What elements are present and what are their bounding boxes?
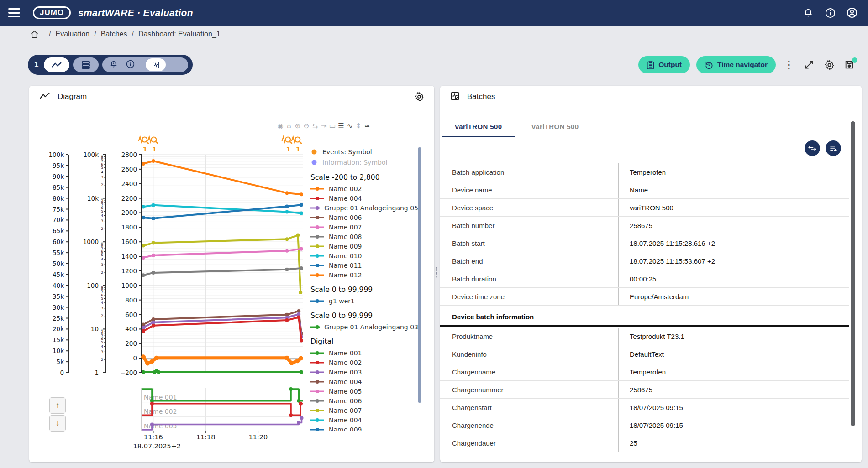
svg-text:4: 4: [101, 257, 103, 261]
series-line[interactable]: [143, 357, 301, 363]
legend-item[interactable]: Gruppe 01 Analogeingang 03: [310, 322, 418, 332]
breadcrumb-item[interactable]: Evaluation: [55, 30, 89, 38]
playlist-add-icon[interactable]: [826, 140, 841, 156]
event-marker-icon[interactable]: 1: [282, 137, 292, 153]
legend-item[interactable]: Name 008: [310, 232, 418, 241]
legend-item[interactable]: Name 009: [310, 425, 418, 431]
row-value: Europe/Amsterdam: [618, 288, 849, 305]
series-line[interactable]: [143, 371, 301, 372]
panel-title-diagram: Diagram: [58, 92, 87, 101]
svg-text:35k: 35k: [53, 293, 64, 300]
legend-item[interactable]: Name 004: [310, 415, 418, 425]
legend-item[interactable]: Name 004: [310, 377, 418, 386]
device-batch-info-title: Device batch information: [452, 313, 534, 321]
tab-batches[interactable]: [146, 58, 166, 71]
event-marker-icon[interactable]: 1: [139, 137, 149, 153]
move-up-button[interactable]: ↑: [49, 397, 66, 414]
row-label: Device time zone: [440, 293, 618, 301]
pan-icon[interactable]: ⇆: [312, 122, 318, 130]
swap-arrows-icon[interactable]: [805, 140, 820, 156]
notifications-bell-icon[interactable]: [802, 7, 814, 19]
account-icon[interactable]: [846, 7, 858, 19]
svg-text:2: 2: [101, 358, 103, 362]
lines-icon[interactable]: ∿: [347, 122, 353, 130]
legend-item[interactable]: Name 002: [310, 358, 418, 367]
legend-item[interactable]: Name 002: [310, 184, 418, 193]
app-title: smartWARE · Evaluation: [78, 7, 193, 18]
legend-line-swatch: [310, 399, 324, 403]
camera-icon[interactable]: ◉: [277, 122, 284, 130]
legend-item[interactable]: Name 003: [310, 367, 418, 377]
legend-item[interactable]: g1 wer1: [310, 296, 418, 306]
save-icon[interactable]: [842, 58, 856, 72]
app-root: JUMO smartWARE · Evaluation /Evaluation/…: [0, 0, 868, 468]
output-button[interactable]: Output: [638, 56, 690, 73]
more-options-icon[interactable]: ⋮: [782, 58, 796, 72]
legend-item[interactable]: Name 011: [310, 260, 418, 270]
series-line[interactable]: [143, 249, 301, 258]
legend-item[interactable]: Name 006: [310, 213, 418, 222]
legend-item[interactable]: Name 010: [310, 251, 418, 260]
tab-diagram[interactable]: [44, 57, 69, 72]
legend-item[interactable]: Name 009: [310, 241, 418, 251]
time-navigator-button[interactable]: Time navigator: [696, 56, 776, 73]
legend-item[interactable]: Gruppe 01 Analogeingang 05: [310, 203, 418, 213]
event-marker-icon[interactable]: 1: [292, 137, 302, 153]
home-icon[interactable]: ⌂: [286, 122, 292, 130]
eraser-icon[interactable]: ▭: [329, 122, 336, 130]
breadcrumb-item[interactable]: Batches: [101, 30, 127, 38]
diagram-icon: [39, 93, 50, 101]
event-marker-icon[interactable]: 1: [148, 137, 158, 153]
select-icon[interactable]: ⇥: [321, 122, 327, 130]
row-value: Name: [618, 181, 849, 198]
row-label: Device space: [440, 204, 618, 212]
tab-info[interactable]: [126, 60, 135, 70]
section-divider: [440, 325, 849, 327]
table-row: Batch start18.07.2025 11:15:28.616 +2: [440, 234, 849, 252]
legend-item[interactable]: Name 007: [310, 406, 418, 415]
svg-text:10: 10: [91, 325, 99, 333]
tab-table[interactable]: [73, 57, 99, 72]
move-down-button[interactable]: ↓: [49, 415, 66, 432]
legend-line-swatch: [310, 187, 324, 191]
breadcrumb-item[interactable]: Dashboard: Evaluation_1: [138, 30, 221, 38]
batches-scrollbar[interactable]: [851, 121, 855, 426]
fullscreen-icon[interactable]: [802, 58, 816, 72]
svg-text:0: 0: [60, 369, 64, 376]
row-label: Batch number: [440, 222, 618, 229]
legend-item[interactable]: Name 012: [310, 270, 418, 280]
legend-item[interactable]: Information: Symbol: [310, 157, 418, 167]
layers-icon[interactable]: ☰: [338, 122, 344, 130]
batch-tab[interactable]: variTRON 500: [440, 117, 517, 137]
settings-gear-icon[interactable]: [822, 58, 836, 72]
unsaved-badge: [852, 57, 857, 63]
svg-text:95k: 95k: [53, 162, 64, 169]
legend-item[interactable]: Name 001: [310, 348, 418, 358]
legend-item[interactable]: Name 004: [310, 193, 418, 203]
legend-item-label: Name 010: [329, 252, 362, 260]
svg-text:4: 4: [101, 344, 103, 348]
series-line[interactable]: [143, 161, 301, 194]
stacked-icon[interactable]: ≃: [364, 122, 370, 130]
svg-text:0: 0: [133, 354, 137, 362]
legend-line-swatch: [310, 263, 324, 268]
svg-text:18.07.2025+2: 18.07.2025+2: [133, 442, 181, 450]
zoom-in-icon[interactable]: ⊕: [295, 122, 301, 130]
tab-alarms[interactable]: [110, 60, 118, 70]
series-line[interactable]: [143, 268, 301, 275]
legend-item[interactable]: Name 006: [310, 396, 418, 406]
svg-text:4: 4: [101, 170, 103, 174]
zoom-out-icon[interactable]: ⊖: [303, 122, 310, 130]
legend-item[interactable]: Name 005: [310, 386, 418, 396]
legend-scrollbar[interactable]: [418, 147, 421, 403]
svg-text:200: 200: [125, 340, 137, 347]
diagram-settings-gear-icon[interactable]: [414, 92, 424, 102]
legend-item[interactable]: Events: Symbol: [310, 146, 418, 157]
home-icon[interactable]: [30, 30, 39, 39]
menu-icon[interactable]: [8, 8, 20, 17]
batch-tab[interactable]: variTRON 500: [517, 117, 594, 137]
autoscale-icon[interactable]: ↕: [355, 122, 362, 130]
info-icon[interactable]: [824, 7, 836, 19]
legend-item[interactable]: Name 007: [310, 222, 418, 232]
svg-text:80k: 80k: [53, 195, 64, 202]
